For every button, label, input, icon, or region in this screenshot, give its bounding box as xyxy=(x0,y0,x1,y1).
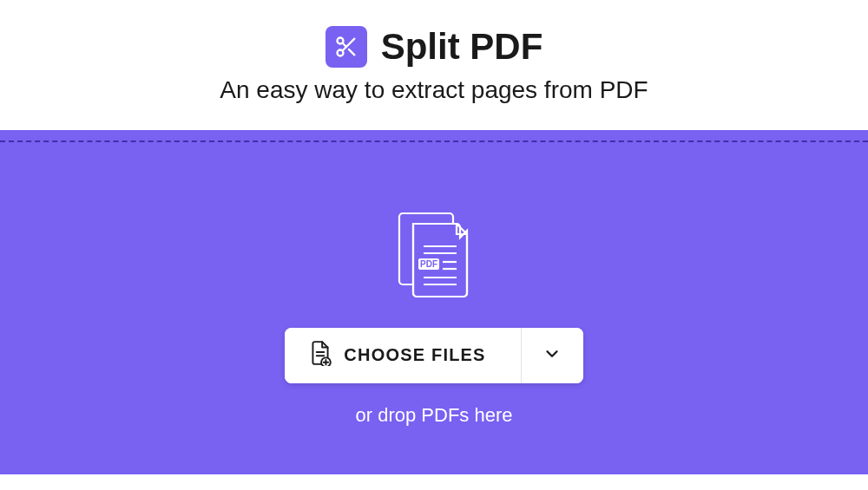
scissors-icon xyxy=(326,26,367,68)
add-file-icon xyxy=(309,340,332,370)
title-row: Split PDF xyxy=(17,26,851,68)
choose-files-label: CHOOSE FILES xyxy=(344,345,485,365)
choose-files-button[interactable]: CHOOSE FILES xyxy=(285,328,520,383)
svg-line-3 xyxy=(349,49,354,55)
choose-source-dropdown[interactable] xyxy=(521,328,583,383)
svg-line-4 xyxy=(342,42,346,47)
page-header: Split PDF An easy way to extract pages f… xyxy=(0,0,868,130)
page-subtitle: An easy way to extract pages from PDF xyxy=(17,76,851,104)
pdf-badge-text: PDF xyxy=(420,259,437,269)
choose-files-group: CHOOSE FILES xyxy=(285,328,582,383)
pdf-stack-icon: PDF xyxy=(391,208,477,307)
dropzone-wrapper: PDF CHOOSE FILES xyxy=(0,130,868,474)
file-dropzone[interactable]: PDF CHOOSE FILES xyxy=(0,140,868,474)
chevron-down-icon xyxy=(542,344,562,366)
drop-hint: or drop PDFs here xyxy=(356,404,513,427)
page-title: Split PDF xyxy=(381,26,543,68)
